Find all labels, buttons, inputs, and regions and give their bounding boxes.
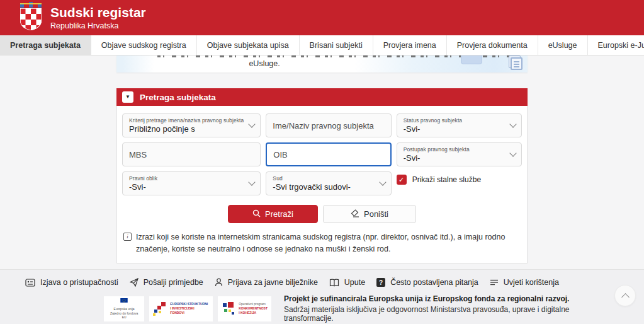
- link-uvjeti-koristenja[interactable]: Uvjeti korištenja: [490, 278, 559, 287]
- search-panel: ▼ Pretraga subjekata Kriterij pretrage i…: [116, 88, 528, 263]
- eu-flag-logo: Europska unija Zajedno do fondova EU: [104, 296, 144, 321]
- sud-label: Sud: [273, 175, 374, 182]
- tab-eusluge[interactable]: eUsluge: [538, 35, 588, 55]
- footer-links: Izjava o pristupačnosti Pošalji primjedb…: [25, 278, 619, 287]
- pravni-oblik-label: Pravni oblik: [129, 175, 244, 182]
- footer-link-label: Često postavljena pitanja: [390, 278, 478, 287]
- stalne-sluzbe-checkbox[interactable]: [397, 175, 407, 185]
- app-title: Sudski registar: [50, 5, 146, 20]
- status-select[interactable]: Status pravnog subjekta -Svi-: [397, 113, 522, 137]
- footer-link-label: Prijava za javne bilježnike: [228, 278, 318, 287]
- app-header: Sudski registar Republika Hrvatska: [0, 0, 644, 35]
- accessibility-card-icon: [25, 279, 35, 287]
- main-nav: Pretraga subjekata Objave sudskog regist…: [0, 35, 644, 55]
- link-izjava-o-pristupacnosti[interactable]: Izjava o pristupačnosti: [25, 278, 118, 287]
- eu-funding-text-regular: Sadržaj materijala isključiva je odgovor…: [284, 305, 619, 323]
- kriterij-pretrage-select[interactable]: Kriterij pretrage imena/naziva pravnog s…: [122, 113, 261, 137]
- info-icon: i: [123, 233, 132, 241]
- mbs-field[interactable]: [122, 142, 261, 166]
- chevron-down-icon: [379, 178, 386, 185]
- chevron-down-icon: [249, 178, 256, 185]
- status-label: Status pravnog subjekta: [404, 117, 505, 124]
- gender-note-text: Izrazi koji se koriste na internetskim s…: [136, 231, 521, 255]
- sud-value: -Svi trgovački sudovi-: [273, 182, 374, 192]
- pravni-oblik-value: -Svi-: [129, 182, 244, 192]
- tab-objave-subjekata-upisa[interactable]: Objave subjekata upisa: [197, 35, 300, 55]
- intro-banner-clipped: eUsluge.: [116, 55, 528, 72]
- opkk-squares-icon: [222, 301, 235, 317]
- form-actions: Pretraži Poništi: [122, 205, 522, 223]
- tab-provjera-dokumenta[interactable]: Provjera dokumenta: [447, 35, 538, 55]
- footer-link-label: Upute: [344, 278, 365, 287]
- open-book-icon: [329, 279, 339, 287]
- postupak-label: Postupak pravnog subjekta: [404, 146, 505, 153]
- ime-naziv-field[interactable]: [266, 113, 391, 137]
- search-panel-body: Kriterij pretrage imena/naziva pravnog s…: [116, 106, 528, 263]
- gender-note: i Izrazi koji se koriste na internetskim…: [122, 231, 522, 255]
- esif-logo-text: EUROPSKI STRUKTURNI I INVESTICIJSKI FOND…: [170, 302, 209, 315]
- eu-funding-text: Projekt je sufinancirala Europska unija …: [284, 294, 619, 323]
- link-cesto-postavljena-pitanja[interactable]: ? Često postavljena pitanja: [376, 278, 478, 287]
- search-button[interactable]: Pretraži: [228, 205, 318, 223]
- brand-block: Sudski registar Republika Hrvatska: [50, 5, 146, 30]
- oib-input[interactable]: [273, 150, 383, 159]
- oib-field[interactable]: [266, 142, 391, 166]
- tab-europski-ejustice-portal[interactable]: Europski e-Justice portal: [588, 35, 644, 55]
- paper-plane-icon: [130, 278, 138, 287]
- link-prijava-za-javne-biljeznike[interactable]: Prijava za javne bilježnike: [215, 278, 318, 287]
- eraser-icon: [351, 209, 359, 219]
- footer-link-label: Uvjeti korištenja: [504, 278, 559, 287]
- chevron-down-icon: [509, 120, 516, 127]
- eu-funding-text-bold: Projekt je sufinancirala Europska unija …: [284, 294, 619, 303]
- main-content: eUsluge. ▼ Pretraga subjekata Kriterij p…: [0, 55, 644, 269]
- footer-link-label: Pošalji primjedbe: [144, 278, 203, 287]
- chevron-down-icon: [249, 120, 256, 127]
- banner-laptop-illustration: [461, 55, 482, 64]
- panel-title: Pretraga subjekata: [140, 93, 216, 102]
- search-button-label: Pretraži: [265, 209, 293, 219]
- opkk-logo: Operativni program KONKURENTNOST I KOHEZ…: [218, 296, 271, 321]
- kriterij-label: Kriterij pretrage imena/naziva pravnog s…: [129, 117, 244, 124]
- chevron-up-icon: [621, 293, 630, 301]
- opkk-logo-text: Operativni program KONKURENTNOST I KOHEZ…: [239, 302, 268, 315]
- banner-visible-text: eUsluge.: [116, 59, 412, 68]
- link-upute[interactable]: Upute: [329, 278, 365, 287]
- footer: Izjava o pristupačnosti Pošalji primjedb…: [0, 269, 644, 324]
- ime-naziv-input[interactable]: [273, 121, 384, 130]
- scroll-to-top-button[interactable]: [614, 285, 636, 306]
- person-icon: [215, 278, 223, 287]
- reset-button[interactable]: Poništi: [323, 205, 416, 223]
- text-lines-icon: [490, 279, 499, 287]
- postupak-select[interactable]: Postupak pravnog subjekta -Svi-: [397, 142, 522, 166]
- search-panel-header: ▼ Pretraga subjekata: [116, 88, 528, 106]
- status-value: -Svi-: [404, 124, 505, 134]
- app-subtitle: Republika Hrvatska: [50, 21, 146, 30]
- esif-logo: EUROPSKI STRUKTURNI I INVESTICIJSKI FOND…: [149, 296, 213, 321]
- search-icon: [252, 209, 261, 219]
- postupak-value: -Svi-: [404, 153, 505, 163]
- eu-funding-row: Europska unija Zajedno do fondova EU EUR…: [104, 294, 619, 323]
- kriterij-value: Približno počinje s: [129, 124, 244, 134]
- banner-cutoff-text-line: [157, 55, 510, 57]
- croatian-coat-of-arms-icon: [18, 2, 43, 33]
- sud-select[interactable]: Sud -Svi trgovački sudovi-: [266, 171, 391, 195]
- panel-collapse-button[interactable]: ▼: [122, 91, 133, 103]
- chevron-down-icon: [509, 149, 516, 156]
- link-posalji-primjedbe[interactable]: Pošalji primjedbe: [130, 278, 203, 287]
- tab-objave-sudskog-registra[interactable]: Objave sudskog registra: [91, 35, 197, 55]
- esif-squares-icon: [153, 301, 167, 317]
- tab-brisani-subjekti[interactable]: Brisani subjekti: [300, 35, 373, 55]
- question-mark-icon: ?: [376, 278, 385, 287]
- stalne-sluzbe-label: Prikaži stalne službe: [412, 175, 481, 184]
- banner-documents-icon: [511, 57, 523, 70]
- footer-link-label: Izjava o pristupačnosti: [40, 278, 118, 287]
- reset-button-label: Poništi: [364, 209, 388, 219]
- tab-pretraga-subjekata[interactable]: Pretraga subjekata: [0, 35, 91, 55]
- eu-flag-caption: Europska unija Zajedno do fondova EU: [108, 307, 140, 320]
- tab-provjera-imena[interactable]: Provjera imena: [373, 35, 447, 55]
- mbs-input[interactable]: [129, 150, 254, 159]
- stalne-sluzbe-option: Prikaži stalne službe: [397, 171, 522, 195]
- search-form: Kriterij pretrage imena/naziva pravnog s…: [122, 113, 522, 195]
- pravni-oblik-select[interactable]: Pravni oblik -Svi-: [122, 171, 261, 195]
